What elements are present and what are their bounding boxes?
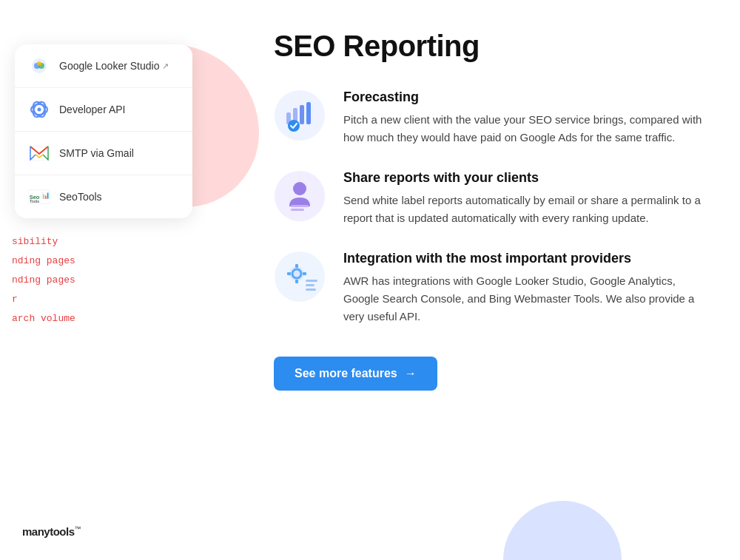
svg-point-19	[275, 171, 325, 221]
svg-point-7	[38, 108, 41, 112]
integrations-icon	[274, 251, 326, 303]
left-panel: Google Looker Studio ↗ Developer API	[0, 0, 244, 560]
right-panel: SEO Reporting Forecasting Pitch a n	[244, 0, 740, 560]
tag-item: r	[7, 291, 244, 308]
svg-rect-17	[306, 102, 311, 124]
tag-item: nding pages	[7, 252, 244, 269]
share-reports-icon	[274, 170, 326, 222]
list-item: Developer API	[15, 88, 192, 132]
svg-rect-21	[291, 205, 309, 207]
developer-api-label: Developer API	[59, 104, 126, 115]
tags-area: sibility nding pages nding pages r arch …	[0, 233, 244, 327]
svg-text:📊: 📊	[41, 191, 50, 200]
looker-studio-icon	[28, 55, 50, 77]
looker-studio-label: Google Looker Studio ↗	[59, 60, 169, 72]
forecasting-desc: Pitch a new client with the value your S…	[343, 111, 703, 146]
list-item: Seo Tools 📊 SeoTools	[15, 175, 192, 218]
svg-rect-30	[306, 280, 317, 282]
page-title: SEO Reporting	[274, 30, 703, 63]
manytools-logo: manytools™	[22, 525, 81, 538]
svg-rect-32	[306, 289, 316, 291]
gmail-icon	[28, 142, 50, 164]
forecasting-icon	[274, 90, 326, 141]
svg-point-20	[293, 182, 306, 195]
svg-rect-31	[306, 284, 314, 286]
share-reports-text: Share reports with your clients Send whi…	[343, 170, 703, 227]
smtp-gmail-label: SMTP via Gmail	[59, 147, 134, 159]
see-more-features-button[interactable]: See more features →	[274, 357, 437, 391]
feature-integrations: Integration with the most important prov…	[274, 251, 703, 325]
svg-text:Tools: Tools	[30, 199, 40, 203]
svg-rect-27	[295, 280, 298, 283]
external-link-icon: ↗	[162, 61, 169, 71]
list-item: SMTP via Gmail	[15, 132, 192, 175]
feature-share-reports: Share reports with your clients Send whi…	[274, 170, 703, 227]
svg-rect-16	[300, 105, 304, 124]
integrations-heading: Integration with the most important prov…	[343, 251, 703, 266]
integration-card: Google Looker Studio ↗ Developer API	[15, 44, 192, 218]
integrations-text: Integration with the most important prov…	[343, 251, 703, 325]
developer-api-icon	[28, 98, 50, 121]
svg-rect-29	[303, 272, 306, 275]
tag-item: sibility	[7, 233, 244, 250]
integrations-desc: AWR has integrations with Google Looker …	[343, 272, 703, 325]
svg-rect-26	[295, 264, 298, 268]
page-wrapper: Google Looker Studio ↗ Developer API	[0, 0, 740, 560]
seotools-icon: Seo Tools 📊	[28, 186, 50, 208]
share-reports-heading: Share reports with your clients	[343, 170, 703, 186]
svg-point-18	[288, 120, 300, 132]
forecasting-heading: Forecasting	[343, 90, 703, 105]
share-reports-desc: Send white label reports automatically b…	[343, 192, 703, 227]
cta-label: See more features	[295, 367, 397, 380]
feature-forecasting: Forecasting Pitch a new client with the …	[274, 90, 703, 146]
svg-rect-22	[291, 209, 304, 211]
svg-rect-28	[287, 272, 291, 275]
svg-point-3	[37, 61, 41, 66]
cta-arrow-icon: →	[405, 367, 417, 380]
tag-item: nding pages	[7, 271, 244, 289]
list-item: Google Looker Studio ↗	[15, 44, 192, 88]
forecasting-text: Forecasting Pitch a new client with the …	[343, 90, 703, 146]
seotools-label: SeoTools	[59, 191, 102, 203]
tag-item: arch volume	[7, 310, 244, 327]
